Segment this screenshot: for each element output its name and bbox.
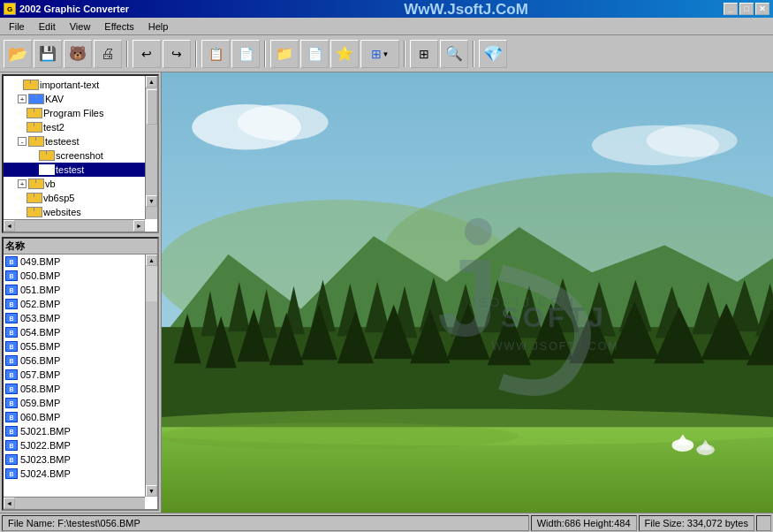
zoom-button[interactable]: 🔍 bbox=[440, 40, 468, 68]
grid-combo-button[interactable]: ⊞ ▼ bbox=[360, 40, 399, 68]
list-item[interactable]: B056.BMP bbox=[4, 353, 157, 368]
tree-horizontal-scrollbar[interactable]: ◄ ► bbox=[4, 219, 145, 232]
tree-item-vb[interactable]: + vb bbox=[4, 177, 157, 191]
tree-item-test2[interactable]: test2 bbox=[4, 120, 157, 134]
tree-vertical-scrollbar[interactable]: ▲ ▼ bbox=[145, 76, 157, 219]
file-scroll-down[interactable]: ▼ bbox=[146, 485, 157, 497]
file-icon: B bbox=[5, 256, 18, 267]
separator-5 bbox=[473, 41, 474, 67]
list-item[interactable]: B059.BMP bbox=[4, 396, 157, 410]
list-item[interactable]: B054.BMP bbox=[4, 325, 157, 339]
list-item[interactable]: B052.BMP bbox=[4, 297, 157, 311]
expand-icon[interactable]: + bbox=[18, 95, 27, 103]
tree-item-screenshot[interactable]: screenshot bbox=[4, 148, 157, 163]
folder-icon bbox=[28, 136, 42, 147]
combo-arrow-icon: ▼ bbox=[383, 50, 390, 58]
scroll-down-button[interactable]: ▼ bbox=[146, 195, 157, 207]
list-item[interactable]: B5J023.BMP bbox=[4, 452, 157, 467]
folder-icon bbox=[23, 80, 37, 90]
list-item[interactable]: B055.BMP bbox=[4, 339, 157, 353]
menu-file[interactable]: File bbox=[2, 19, 32, 34]
file-list-scrollbar[interactable]: ▲ ▼ bbox=[145, 255, 157, 497]
file-icon: B bbox=[5, 355, 18, 366]
gem-icon: 💎 bbox=[483, 44, 503, 64]
redo-icon: ↪ bbox=[171, 47, 182, 61]
list-item[interactable]: B050.BMP bbox=[4, 269, 157, 283]
expand-vb-icon[interactable]: + bbox=[18, 179, 27, 188]
print-button[interactable]: 🖨 bbox=[94, 40, 122, 68]
status-bar: File Name: F:\testest\056.BMP Width:686 … bbox=[0, 513, 773, 532]
scroll-left-button[interactable]: ◄ bbox=[4, 220, 15, 232]
scroll-right-button[interactable]: ► bbox=[133, 220, 145, 232]
list-item[interactable]: B5J022.BMP bbox=[4, 438, 157, 452]
list-item[interactable]: B060.BMP bbox=[4, 410, 157, 424]
window-title: 2002 Graphic Converter bbox=[19, 4, 129, 14]
paste2-button[interactable]: 📄 bbox=[300, 40, 329, 68]
svg-text:JSOFTJ.COM: JSOFTJ.COM bbox=[469, 295, 576, 309]
file-icon: B bbox=[5, 270, 18, 281]
landscape-image: J SOFTJ WWW.JSOFTJ.COM JSOFTJ.COM bbox=[162, 72, 773, 513]
status-dimensions: Width:686 Height:484 bbox=[531, 515, 637, 531]
copy-button[interactable]: 📋 bbox=[201, 40, 230, 68]
status-filename: File Name: F:\testest\056.BMP bbox=[2, 515, 529, 531]
file-icon: B bbox=[5, 369, 18, 380]
scroll-thumb[interactable] bbox=[147, 89, 157, 125]
table-button[interactable]: ⊞ bbox=[410, 40, 438, 68]
star-button[interactable]: ⭐ bbox=[330, 40, 359, 68]
separator-1 bbox=[126, 41, 128, 67]
folder-icon bbox=[28, 179, 42, 189]
tree-item-testest[interactable]: testest bbox=[4, 163, 157, 177]
tree-item-vb6sp5[interactable]: vb6sp5 bbox=[4, 191, 157, 205]
paste-button[interactable]: 📄 bbox=[231, 40, 260, 68]
list-item[interactable]: B5J024.BMP bbox=[4, 467, 157, 481]
maximize-button[interactable]: □ bbox=[739, 3, 754, 15]
file-scroll-track bbox=[146, 266, 157, 301]
list-item[interactable]: B058.BMP bbox=[4, 382, 157, 396]
file-icon: B bbox=[5, 412, 18, 422]
file-hscroll-left[interactable]: ◄ bbox=[4, 498, 15, 509]
open2-button[interactable]: 📁 bbox=[270, 40, 299, 68]
file-icon: B bbox=[5, 468, 18, 479]
file-list-hscrollbar[interactable]: ◄ ► bbox=[4, 497, 145, 509]
list-item[interactable]: B053.BMP bbox=[4, 311, 157, 325]
list-item[interactable]: B049.BMP bbox=[4, 255, 157, 269]
redo-button[interactable]: ↪ bbox=[163, 40, 191, 68]
watermark-title: WwW.JsoftJ.CoM bbox=[247, 1, 685, 19]
collapse-icon[interactable]: - bbox=[18, 137, 27, 146]
toolbar: 📂 💾 🐻 🖨 ↩ ↪ 📋 📄 📁 📄 ⭐ ⊞ ▼ ⊞ 🔍 💎 bbox=[0, 35, 773, 72]
save-button[interactable]: 💾 bbox=[34, 40, 62, 68]
menu-effects[interactable]: Effects bbox=[97, 19, 140, 34]
svg-point-50 bbox=[647, 125, 738, 157]
status-extra bbox=[756, 515, 771, 531]
file-hscroll-right[interactable]: ► bbox=[4, 509, 15, 511]
file-scroll-up[interactable]: ▲ bbox=[146, 255, 157, 266]
close-button[interactable]: ✕ bbox=[755, 3, 769, 15]
tree-item-websites[interactable]: websites bbox=[4, 205, 157, 219]
table-icon: ⊞ bbox=[419, 47, 429, 61]
tree-item-program-files[interactable]: Program Files bbox=[4, 106, 157, 120]
svg-point-48 bbox=[238, 104, 329, 141]
file-icon: B bbox=[5, 454, 18, 465]
stamp-button[interactable]: 🐻 bbox=[64, 40, 92, 68]
file-icon: B bbox=[5, 384, 18, 394]
menu-edit[interactable]: Edit bbox=[32, 19, 63, 34]
menu-help[interactable]: Help bbox=[141, 19, 176, 34]
minimize-button[interactable]: _ bbox=[724, 3, 738, 15]
tree-item-important-text[interactable]: important-text bbox=[4, 78, 157, 92]
open2-icon: 📁 bbox=[276, 45, 293, 62]
list-item[interactable]: B051.BMP bbox=[4, 283, 157, 297]
open-button[interactable]: 📂 bbox=[4, 40, 32, 68]
gem-button[interactable]: 💎 bbox=[479, 40, 507, 68]
undo-button[interactable]: ↩ bbox=[133, 40, 161, 68]
folder-icon bbox=[27, 193, 41, 203]
window-controls[interactable]: _ □ ✕ bbox=[724, 3, 769, 15]
list-item[interactable]: B057.BMP bbox=[4, 368, 157, 382]
file-tree[interactable]: important-text + KAV Program Files bbox=[2, 74, 159, 233]
tree-item-kav[interactable]: + KAV bbox=[4, 92, 157, 106]
undo-icon: ↩ bbox=[141, 47, 152, 61]
file-list-content[interactable]: B049.BMPB050.BMPB051.BMPB052.BMPB053.BMP… bbox=[4, 255, 157, 497]
menu-view[interactable]: View bbox=[63, 19, 98, 34]
list-item[interactable]: B5J021.BMP bbox=[4, 424, 157, 438]
scroll-up-button[interactable]: ▲ bbox=[146, 76, 157, 87]
tree-item-testeest[interactable]: - testeest bbox=[4, 134, 157, 148]
